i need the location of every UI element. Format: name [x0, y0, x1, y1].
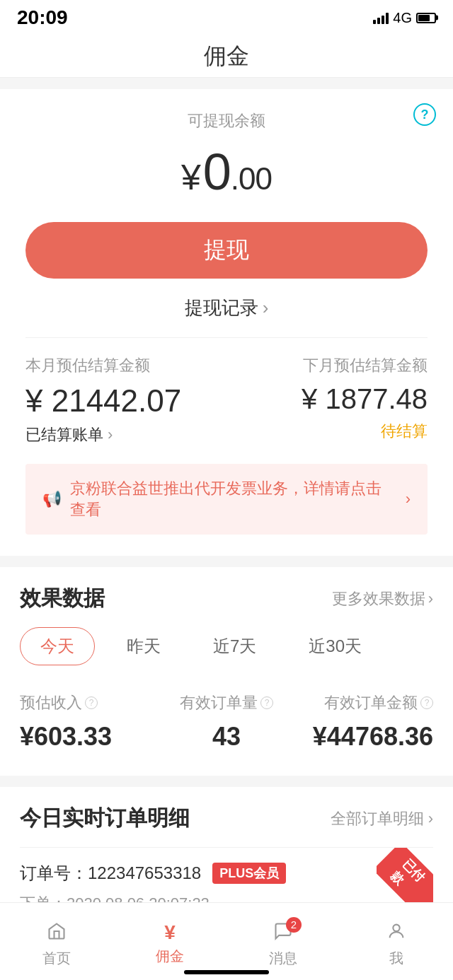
notice-icon: 📢 — [42, 490, 62, 508]
withdraw-record-link[interactable]: 提现记录 › — [25, 296, 428, 338]
nav-item-commission[interactable]: ¥ 佣金 — [113, 917, 226, 966]
effect-data-header: 效果数据 更多效果数据 › — [20, 584, 433, 613]
this-month-billing: 本月预估结算金额 ¥ 21442.07 已结算账单 › — [25, 355, 226, 445]
status-icons: 4G — [373, 10, 436, 26]
tab-yesterday[interactable]: 昨天 — [106, 627, 181, 665]
status-time: 20:09 — [17, 6, 68, 29]
pending-label: 待结算 — [381, 421, 428, 442]
all-orders-link[interactable]: 全部订单明细 › — [331, 808, 433, 829]
order-title: 今日实时订单明细 — [20, 804, 190, 833]
message-icon: 2 — [273, 921, 293, 945]
nav-label-profile: 我 — [389, 949, 403, 968]
withdraw-record-label: 提现记录 — [185, 296, 258, 320]
nav-label-home: 首页 — [42, 949, 71, 968]
valid-order-amount-value: ¥44768.36 — [295, 722, 433, 752]
valid-orders-label: 有效订单量 ? — [158, 692, 296, 713]
person-icon — [386, 921, 406, 945]
estimated-income-value: ¥603.33 — [20, 722, 158, 752]
this-month-amount: ¥ 21442.07 — [25, 383, 226, 419]
tab-7days[interactable]: 近7天 — [193, 627, 277, 665]
next-month-billing: 下月预估结算金额 ¥ 1877.48 待结算 — [226, 355, 428, 442]
bottom-nav: 首页 ¥ 佣金 2 消息 我 — [0, 902, 453, 980]
paid-stamp-text: 已付款 — [377, 848, 433, 904]
balance-card: ? 可提现余额 ¥0.00 提现 提现记录 › 本月预估结算金额 ¥ 21442… — [0, 89, 453, 556]
nav-item-messages[interactable]: 2 消息 — [226, 916, 340, 968]
nav-label-commission: 佣金 — [156, 947, 184, 966]
yen-icon: ¥ — [164, 923, 176, 943]
effect-data-section: 效果数据 更多效果数据 › 今天 昨天 近7天 近30天 预估收入 ? ¥603… — [0, 567, 453, 776]
pending-settlement[interactable]: 待结算 — [226, 421, 428, 442]
withdraw-record-arrow: › — [263, 297, 269, 319]
this-month-label: 本月预估结算金额 — [25, 355, 226, 376]
valid-order-amount-label: 有效订单金额 ? — [295, 692, 433, 713]
balance-amount: ¥0.00 — [25, 143, 428, 201]
next-month-amount: ¥ 1877.48 — [226, 383, 428, 415]
balance-label: 可提现余额 — [25, 110, 428, 132]
info-icon-income[interactable]: ? — [85, 696, 98, 709]
date-tabs: 今天 昨天 近7天 近30天 — [20, 627, 433, 665]
balance-integer: 0 — [203, 144, 231, 200]
page-header: 佣金 — [0, 35, 453, 78]
order-header: 今日实时订单明细 全部订单明细 › — [20, 804, 433, 833]
message-badge: 2 — [286, 917, 302, 933]
tab-30days[interactable]: 近30天 — [288, 627, 382, 665]
more-arrow: › — [428, 590, 433, 608]
notice-banner[interactable]: 📢 京粉联合益世推出代开发票业务，详情请点击查看 › — [25, 464, 428, 535]
settled-label: 已结算账单 — [25, 424, 103, 445]
tab-today[interactable]: 今天 — [20, 627, 95, 665]
balance-decimal: .00 — [231, 161, 272, 196]
settled-arrow: › — [108, 426, 113, 444]
more-label: 更多效果数据 — [332, 588, 425, 609]
stats-row: 预估收入 ? ¥603.33 有效订单量 ? 43 有效订单金额 ? ¥4476… — [20, 685, 433, 759]
home-indicator — [184, 970, 269, 974]
nav-item-home[interactable]: 首页 — [0, 916, 113, 968]
page-title: 佣金 — [204, 41, 249, 72]
info-icon-orders[interactable]: ? — [260, 696, 273, 709]
order-top: 订单号：122347653318 PLUS会员 — [20, 862, 433, 885]
home-icon — [47, 921, 67, 945]
status-bar: 20:09 4G — [0, 0, 453, 35]
notice-text: 京粉联合益世推出代开发票业务，详情请点击查看 — [70, 478, 397, 520]
signal-icon — [373, 11, 389, 24]
settled-link[interactable]: 已结算账单 › — [25, 424, 226, 445]
valid-orders-value: 43 — [158, 722, 296, 752]
withdraw-button[interactable]: 提现 — [25, 222, 428, 279]
estimated-income-col: 预估收入 ? ¥603.33 — [20, 692, 158, 752]
notice-arrow: › — [406, 490, 411, 508]
help-icon[interactable]: ? — [413, 103, 436, 126]
info-icon-amount[interactable]: ? — [420, 696, 433, 709]
billing-section: 本月预估结算金额 ¥ 21442.07 已结算账单 › 下月预估结算金额 ¥ 1… — [25, 338, 428, 457]
paid-stamp: 已付款 — [377, 848, 433, 904]
estimated-income-label: 预估收入 ? — [20, 692, 158, 713]
effect-data-title: 效果数据 — [20, 584, 105, 613]
network-type: 4G — [393, 10, 412, 26]
nav-item-profile[interactable]: 我 — [340, 916, 453, 968]
nav-label-messages: 消息 — [269, 949, 297, 968]
next-month-label: 下月预估结算金额 — [226, 355, 428, 376]
battery-icon — [416, 13, 436, 23]
order-id: 订单号：122347653318 — [20, 862, 201, 885]
currency-symbol: ¥ — [181, 158, 200, 197]
more-effect-data-link[interactable]: 更多效果数据 › — [332, 588, 433, 609]
plus-badge: PLUS会员 — [212, 863, 286, 884]
svg-point-0 — [393, 924, 399, 931]
valid-order-amount-col: 有效订单金额 ? ¥44768.36 — [295, 692, 433, 752]
valid-orders-col: 有效订单量 ? 43 — [158, 692, 296, 752]
